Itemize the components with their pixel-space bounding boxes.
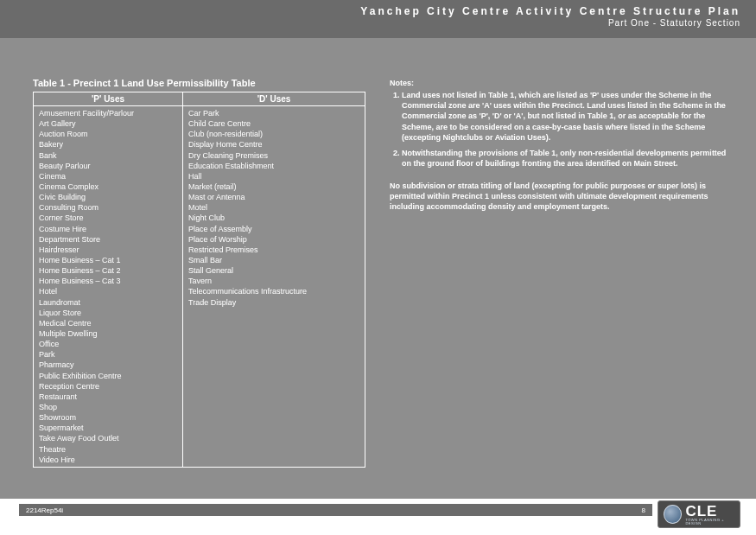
cle-logo: CLE TOWN PLANNING + DESIGN	[658, 500, 740, 528]
note-item: Notwithstanding the provisions of Table …	[402, 148, 732, 169]
logo-text: CLE TOWN PLANNING + DESIGN	[685, 504, 740, 525]
note-item: Land uses not listed in Table 1, which a…	[402, 90, 732, 143]
logo-globe-icon	[664, 505, 682, 524]
page-footer: 2214Rep54i 8 CLE TOWN PLANNING + DESIGN	[0, 499, 756, 535]
subdivision-paragraph: No subdivision or strata titling of land…	[390, 181, 732, 212]
content-area: Table 1 - Precinct 1 Land Use Permissibi…	[33, 78, 732, 468]
right-column: Notes: Land uses not listed in Table 1, …	[390, 78, 732, 468]
logo-small-text: TOWN PLANNING + DESIGN	[685, 519, 740, 525]
col-header-p: 'P' Uses	[34, 92, 183, 106]
notes-heading: Notes:	[390, 78, 732, 88]
d-uses-cell: Car ParkChild Care CentreClub (non-resid…	[183, 106, 365, 468]
footer-ref: 2214Rep54i	[26, 506, 63, 514]
header-title: Yanchep City Centre Activity Centre Stru…	[0, 5, 740, 17]
page-header: Yanchep City Centre Activity Centre Stru…	[0, 0, 756, 38]
p-uses-cell: Amusement Facility/ParlourArt GalleryAuc…	[34, 106, 183, 468]
page-container: Yanchep City Centre Activity Centre Stru…	[0, 0, 756, 535]
table-title: Table 1 - Precinct 1 Land Use Permissibi…	[33, 78, 365, 88]
footer-bar: 2214Rep54i 8	[19, 504, 652, 516]
notes-list: Land uses not listed in Table 1, which a…	[402, 90, 732, 169]
left-column: Table 1 - Precinct 1 Land Use Permissibi…	[33, 78, 365, 468]
logo-big-text: CLE	[685, 504, 740, 519]
land-use-table: 'P' Uses 'D' Uses Amusement Facility/Par…	[33, 92, 365, 468]
footer-page-number: 8	[642, 506, 645, 514]
col-header-d: 'D' Uses	[183, 92, 365, 106]
table-row: Amusement Facility/ParlourArt GalleryAuc…	[34, 106, 365, 468]
table-header-row: 'P' Uses 'D' Uses	[34, 92, 365, 106]
header-subtitle: Part One - Statutory Section	[0, 18, 740, 28]
